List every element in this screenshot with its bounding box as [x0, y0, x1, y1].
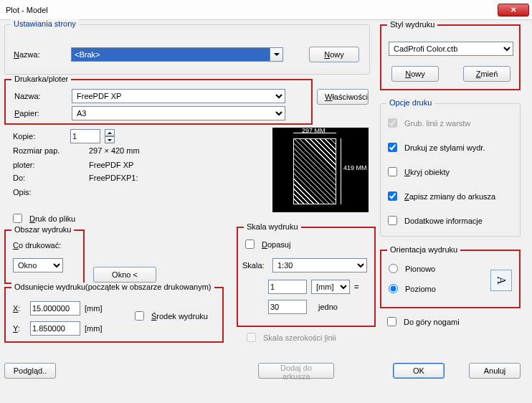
style-legend: Styl wydruku	[387, 20, 437, 29]
opt-addinfo-checkbox[interactable]	[388, 216, 397, 225]
center-plot-checkbox[interactable]	[135, 311, 144, 321]
paper-select[interactable]: A3	[72, 106, 285, 120]
style-select[interactable]: CadProfi Color.ctb	[389, 42, 513, 56]
copies-spinner[interactable]	[105, 129, 115, 143]
page-setup-legend: Ustawiania strony	[11, 19, 79, 28]
print-to-file-checkbox[interactable]	[13, 214, 22, 223]
center-plot-label: Środek wydruku	[151, 312, 208, 321]
area-group: Obszar wydruku Co drukować: Okno	[4, 229, 85, 284]
paper-label: Papier:	[14, 109, 67, 118]
printer-props-button[interactable]: Właściwości	[317, 89, 369, 105]
area-window-button[interactable]: Okno <	[93, 267, 156, 283]
pagesetup-new-button[interactable]: NNowyowy	[309, 47, 359, 62]
area-what-label: Co drukować:	[13, 241, 61, 250]
portrait-radio[interactable]	[389, 264, 398, 273]
opt-styles-checkbox[interactable]	[388, 143, 397, 152]
cancel-button[interactable]: Anuluj	[469, 363, 521, 379]
close-button[interactable]: ✕	[498, 4, 529, 16]
preview-width: 297 MM	[302, 127, 326, 134]
scale-lw-checkbox	[247, 333, 256, 342]
add-sheet-button: Dodaj do arkusza	[258, 363, 334, 379]
orient-group: Orientacja wydruku Pionowo Poziomo A	[380, 250, 521, 308]
options-group: Opcje druku Grub. linii z warstw Drukuj …	[380, 103, 521, 237]
scale-group: Skala wydruku Dopasuj Skala: 1:30 [mm] =…	[237, 227, 376, 327]
opt-lineweights-label: Grub. linii z warstw	[404, 119, 470, 128]
offset-x-label: X:	[13, 304, 26, 313]
offset-legend: Odsunięcie wydruku(początek w obszarze d…	[11, 283, 214, 291]
scale-den-input[interactable]	[268, 300, 307, 314]
offset-y-input[interactable]	[30, 321, 80, 336]
offset-y-unit: [mm]	[85, 324, 102, 333]
papersize-value: 297 × 420 mm	[89, 146, 140, 155]
orient-legend: Orientacja wydruku	[387, 245, 460, 254]
opt-save-checkbox[interactable]	[388, 191, 397, 201]
opt-hide-checkbox[interactable]	[388, 167, 397, 176]
scale-select[interactable]: 1:30	[272, 258, 367, 272]
opt-addinfo-label: Dodatkowe informacje	[404, 217, 483, 225]
scale-label: Skala:	[242, 261, 268, 270]
opt-lineweights-checkbox	[388, 118, 397, 128]
pagesetup-name-label: NNazwa:azwa:	[14, 50, 67, 59]
portrait-label: Pionowo	[405, 265, 435, 273]
scale-unit-select[interactable]: [mm]	[311, 280, 350, 294]
ok-button[interactable]: OK	[393, 363, 445, 379]
offset-x-unit: [mm]	[85, 304, 102, 313]
to-label: Do:	[13, 174, 85, 182]
plotter-label: ploter:	[13, 161, 85, 169]
printer-group: Drukarka/ploter Nazwa: FreePDF XP Papier…	[4, 79, 313, 125]
orientation-icon: A	[490, 270, 512, 291]
scale-legend: Skala wydruku	[244, 222, 301, 231]
style-new-button[interactable]: Nowy	[391, 66, 439, 82]
chevron-down-icon[interactable]	[270, 47, 283, 62]
printer-name-label: Nazwa:	[14, 92, 67, 100]
copies-input[interactable]	[70, 129, 100, 143]
scale-eq: =	[354, 283, 358, 291]
page-setup-group: Ustawiania strony NNazwa:azwa: <Brak> NN…	[4, 24, 370, 75]
desc-label: Opis:	[13, 188, 85, 196]
style-group: Styl wydruku CadProfi Color.ctb Nowy Zmi…	[380, 24, 521, 90]
scale-lw-label: Skala szerokości linii	[263, 333, 336, 342]
area-what-select[interactable]: Okno	[13, 258, 63, 272]
plotter-value: FreePDF XP	[89, 161, 133, 169]
scale-den-unit: jedno	[318, 303, 338, 311]
titlebar: Plot - Model ✕	[0, 0, 532, 20]
window-title: Plot - Model	[3, 6, 498, 14]
preview-height: 419 MM	[343, 164, 367, 171]
paper-preview: 297 MM 419 MM	[272, 128, 369, 212]
landscape-label: Poziomo	[405, 285, 436, 293]
to-value: FreePDFXP1:	[89, 174, 138, 182]
offset-group: Odsunięcie wydruku(początek w obszarze d…	[4, 287, 224, 343]
printer-legend: Drukarka/ploter	[11, 75, 71, 83]
upside-checkbox[interactable]	[387, 317, 396, 326]
offset-y-label: Y:	[13, 324, 26, 333]
options-legend: Opcje druku	[386, 98, 434, 107]
upside-label: Do góry nogami	[404, 318, 460, 326]
fit-checkbox[interactable]	[245, 240, 255, 249]
fit-label: Dopasuj	[262, 240, 290, 249]
opt-save-label: Zapisz zmiany do arkusza	[404, 192, 495, 201]
print-to-file-label: Druk do pliku	[29, 214, 75, 223]
printer-name-select[interactable]: FreePDF XP	[72, 89, 285, 103]
copies-label: Kopie:	[13, 132, 66, 141]
papersize-label: Rozmiar pap.	[13, 146, 85, 155]
opt-hide-label: Ukryj obiekty	[404, 168, 450, 176]
scale-num-input[interactable]	[268, 280, 307, 294]
offset-x-input[interactable]	[30, 301, 80, 316]
preview-button[interactable]: Podgląd..	[4, 363, 56, 379]
opt-styles-label: Drukuj ze stylami wydr.	[404, 143, 485, 152]
style-edit-button[interactable]: Zmień	[463, 66, 510, 82]
pagesetup-name-select[interactable]: <Brak>	[71, 47, 283, 62]
area-legend: Obszar wydruku	[11, 225, 74, 234]
landscape-radio[interactable]	[389, 284, 398, 293]
